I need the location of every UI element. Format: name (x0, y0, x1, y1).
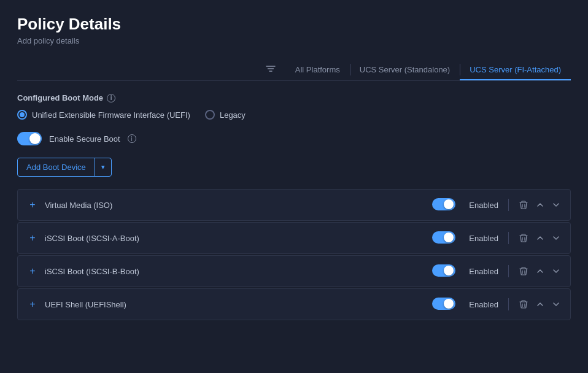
enabled-label: Enabled (469, 234, 498, 243)
radio-uefi-label: Unified Extensible Firmware Interface (U… (32, 110, 190, 120)
radio-uefi[interactable]: Unified Extensible Firmware Interface (U… (17, 110, 190, 120)
boot-device-toggle[interactable] (432, 198, 457, 212)
boot-device-item: + Virtual Media (ISO) Enabled (17, 189, 571, 221)
page-header: Policy Details Add policy details (17, 15, 571, 45)
radio-legacy-circle (205, 110, 215, 120)
expand-icon[interactable]: + (28, 199, 37, 210)
add-boot-device-dropdown[interactable]: ▾ (95, 158, 111, 176)
filter-icon (266, 64, 276, 77)
secure-boot-info-icon[interactable]: i (128, 134, 136, 143)
separator (508, 232, 509, 244)
delete-icon[interactable] (519, 200, 528, 210)
secure-boot-label: Enable Secure Boot (49, 134, 120, 144)
tab-ucs-fi-attached[interactable]: UCS Server (FI-Attached) (460, 60, 571, 80)
boot-device-list: + Virtual Media (ISO) Enabled (17, 189, 571, 320)
boot-device-item: + iSCSI Boot (ISCSI-B-Boot) Enabled (17, 255, 571, 287)
tab-ucs-standalone[interactable]: UCS Server (Standalone) (350, 60, 460, 80)
enabled-label: Enabled (469, 267, 498, 276)
boot-device-name: UEFI Shell (UEFIShell) (45, 300, 432, 309)
boot-device-item: + UEFI Shell (UEFIShell) Enabled (17, 288, 571, 320)
radio-uefi-circle (17, 110, 27, 120)
move-up-icon[interactable] (536, 300, 544, 309)
platform-tabs: All Platforms UCS Server (Standalone) UC… (285, 60, 571, 80)
separator (508, 265, 509, 277)
secure-boot-track (17, 132, 42, 145)
expand-icon[interactable]: + (28, 299, 37, 310)
boot-device-actions: Enabled (432, 198, 560, 212)
radio-legacy[interactable]: Legacy (205, 110, 246, 120)
boot-device-toggle[interactable] (432, 264, 457, 278)
secure-boot-thumb (29, 133, 41, 144)
boot-mode-section: Configured Boot Mode i Unified Extensibl… (17, 93, 571, 120)
chevron-down-icon: ▾ (101, 163, 105, 171)
boot-device-actions: Enabled (432, 231, 560, 245)
delete-icon[interactable] (519, 266, 528, 276)
move-up-icon[interactable] (536, 234, 544, 242)
tab-all-platforms[interactable]: All Platforms (285, 60, 350, 80)
delete-icon[interactable] (519, 299, 528, 309)
page-container: Policy Details Add policy details All Pl… (0, 0, 588, 335)
boot-device-actions: Enabled (432, 264, 560, 278)
move-up-icon[interactable] (536, 267, 544, 275)
boot-mode-radio-group: Unified Extensible Firmware Interface (U… (17, 110, 571, 120)
add-boot-device-main[interactable]: Add Boot Device (18, 158, 95, 176)
expand-icon[interactable]: + (28, 266, 37, 277)
enabled-label: Enabled (469, 201, 498, 210)
separator (508, 298, 509, 310)
page-subtitle: Add policy details (17, 36, 571, 45)
add-boot-device-row: Add Boot Device ▾ (17, 158, 571, 177)
boot-device-item: + iSCSI Boot (ISCSI-A-Boot) Enabled (17, 222, 571, 254)
move-down-icon[interactable] (552, 201, 560, 209)
boot-device-actions: Enabled (432, 298, 560, 311)
radio-legacy-label: Legacy (220, 110, 246, 120)
boot-mode-info-icon[interactable]: i (107, 94, 115, 102)
boot-device-name: iSCSI Boot (ISCSI-A-Boot) (45, 234, 432, 243)
boot-mode-label: Configured Boot Mode i (17, 93, 571, 102)
boot-device-toggle[interactable] (432, 298, 457, 311)
boot-device-name: Virtual Media (ISO) (45, 201, 432, 210)
platform-bar: All Platforms UCS Server (Standalone) UC… (17, 60, 571, 81)
delete-icon[interactable] (519, 233, 528, 243)
expand-icon[interactable]: + (28, 233, 37, 244)
move-down-icon[interactable] (552, 300, 560, 309)
separator (508, 199, 509, 211)
move-up-icon[interactable] (536, 201, 544, 209)
enabled-label: Enabled (469, 300, 498, 309)
boot-device-toggle[interactable] (432, 231, 457, 245)
move-down-icon[interactable] (552, 234, 560, 242)
secure-boot-toggle[interactable] (17, 132, 42, 145)
add-boot-device-button[interactable]: Add Boot Device ▾ (17, 158, 112, 177)
boot-device-name: iSCSI Boot (ISCSI-B-Boot) (45, 267, 432, 276)
move-down-icon[interactable] (552, 267, 560, 275)
page-title: Policy Details (17, 15, 571, 34)
secure-boot-row: Enable Secure Boot i (17, 132, 571, 145)
